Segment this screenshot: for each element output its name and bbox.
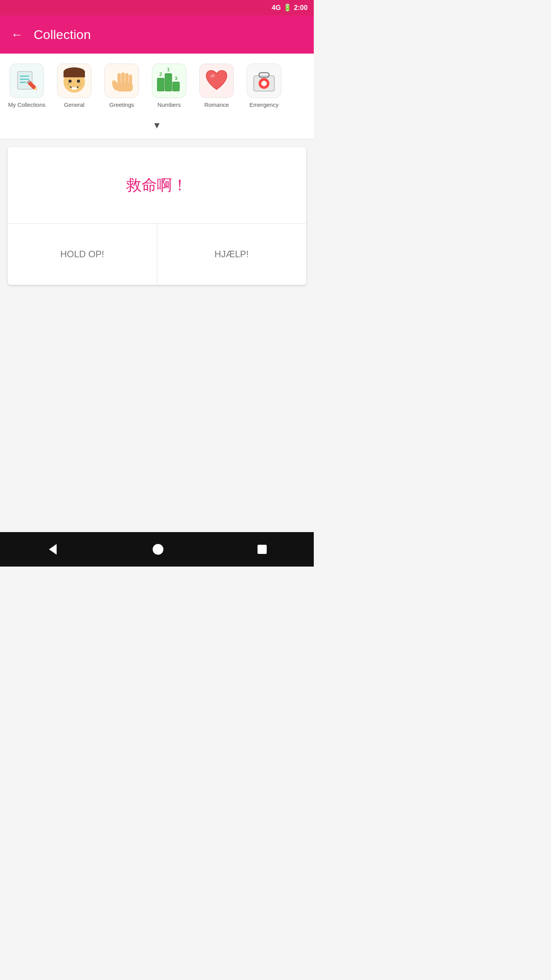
greetings-icon-container [104, 64, 139, 98]
time-label: 2:00 [294, 4, 308, 12]
svg-rect-21 [157, 78, 164, 91]
bottom-nav [0, 532, 314, 567]
nav-home-button[interactable] [151, 542, 165, 556]
greetings-label: Greetings [109, 101, 134, 109]
romance-icon-container [199, 64, 234, 98]
svg-text:1: 1 [167, 67, 170, 72]
nav-recent-button[interactable] [256, 544, 268, 555]
heart-icon [203, 67, 230, 94]
svg-rect-32 [261, 82, 267, 85]
flashcard-area: 救命啊！ HOLD OP! HJÆLP! [0, 139, 314, 292]
general-icon-container [57, 64, 91, 98]
svg-text:2: 2 [159, 71, 162, 77]
svg-point-10 [68, 80, 72, 83]
flashcard-top: 救命啊！ [8, 147, 306, 224]
notebook-pencil-icon [15, 69, 39, 93]
category-item-numbers[interactable]: 2 1 3 Numbers [146, 61, 192, 111]
danish-text: HJÆLP! [215, 249, 249, 260]
svg-point-12 [68, 83, 69, 85]
nav-recent-icon [256, 544, 268, 555]
flashcard: 救命啊！ HOLD OP! HJÆLP! [8, 147, 306, 285]
status-icons: 4G 🔋 2:00 [272, 3, 308, 12]
svg-rect-20 [117, 83, 133, 91]
category-item-my-collections[interactable]: My Collections [4, 61, 50, 111]
nav-back-button[interactable] [46, 542, 60, 556]
category-item-greetings[interactable]: Greetings [99, 61, 145, 111]
signal-label: 4G [272, 4, 281, 12]
translation-danish[interactable]: HJÆLP! [157, 224, 306, 285]
svg-rect-23 [165, 74, 172, 91]
emergency-label: Emergency [249, 101, 279, 109]
nav-back-icon [46, 542, 60, 556]
dutch-text: HOLD OP! [60, 249, 104, 260]
romance-label: Romance [204, 101, 229, 109]
category-row: My Collections General [0, 54, 314, 115]
category-item-emergency[interactable]: Emergency [241, 61, 287, 111]
flashcard-chinese-text: 救命啊！ [126, 175, 187, 196]
general-label: General [64, 101, 84, 109]
battery-icon: 🔋 [283, 3, 292, 12]
svg-rect-25 [173, 82, 179, 91]
my-collections-icon-container [10, 64, 44, 98]
hand-wave-icon [108, 67, 135, 94]
translation-dutch[interactable]: HOLD OP! [8, 224, 157, 285]
numbers-label: Numbers [158, 101, 181, 109]
svg-text:3: 3 [174, 75, 177, 81]
category-item-romance[interactable]: Romance [194, 61, 240, 111]
svg-marker-33 [49, 544, 57, 555]
flashcard-bottom: HOLD OP! HJÆLP! [8, 224, 306, 285]
chevron-container[interactable]: ▾ [0, 115, 314, 139]
svg-point-11 [77, 80, 80, 83]
emergency-icon-container [247, 64, 281, 98]
my-collections-label: My Collections [8, 101, 46, 109]
chevron-down-icon[interactable]: ▾ [154, 119, 160, 131]
svg-rect-9 [64, 72, 85, 77]
category-item-general[interactable]: General [51, 61, 97, 111]
app-bar: ← Collection [0, 15, 314, 54]
numbers-podium-icon: 2 1 3 [156, 67, 183, 94]
svg-point-13 [79, 83, 81, 85]
numbers-icon-container: 2 1 3 [152, 64, 186, 98]
svg-rect-0 [18, 72, 32, 89]
svg-rect-14 [72, 87, 77, 90]
app-title: Collection [34, 27, 91, 42]
status-bar: 4G 🔋 2:00 [0, 0, 314, 15]
back-button[interactable]: ← [8, 24, 26, 45]
svg-rect-35 [258, 545, 267, 554]
face-emoji-icon [61, 67, 88, 94]
svg-point-34 [153, 544, 163, 555]
nav-home-icon [151, 542, 165, 556]
medical-kit-icon [251, 67, 277, 94]
